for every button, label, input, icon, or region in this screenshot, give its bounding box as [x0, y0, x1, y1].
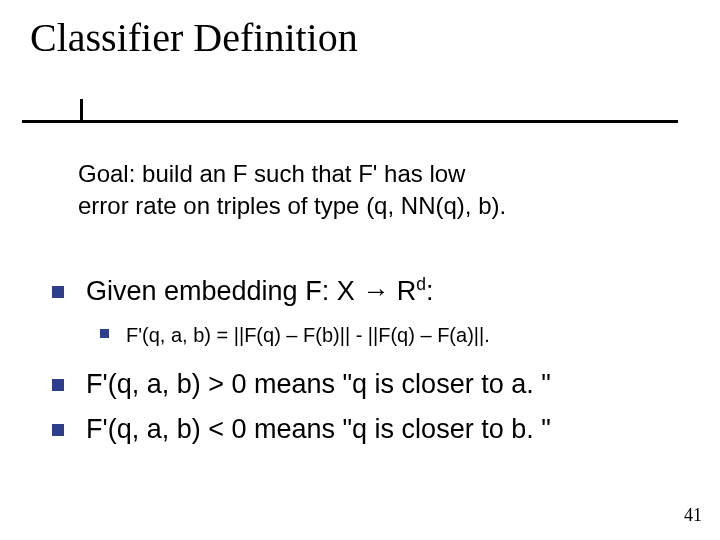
bullet-list: Given embedding F: X → Rd: F'(q, a, b) =… [52, 274, 682, 457]
goal-text: Goal: build an F such that F' has low er… [78, 158, 678, 223]
goal-line-1: Goal: build an F such that F' has low [78, 160, 465, 187]
sub-bullet-formula: F'(q, a, b) = ||F(q) – F(b)|| - ||F(q) –… [100, 321, 682, 349]
bullet-given-embedding: Given embedding F: X → Rd: [52, 274, 682, 309]
page-number: 41 [684, 505, 702, 526]
bullet-square-icon [52, 286, 64, 298]
title-rule-tick [80, 99, 83, 122]
bullet-square-icon [52, 424, 64, 436]
given-prefix: Given embedding F: X [86, 276, 362, 306]
given-suffix-base: R [389, 276, 416, 306]
bullet-negative-meaning: F'(q, a, b) < 0 means "q is closer to b.… [52, 412, 682, 447]
positive-text: F'(q, a, b) > 0 means "q is closer to a.… [86, 369, 551, 399]
arrow-right-icon: → [362, 276, 389, 306]
bullet-positive-meaning: F'(q, a, b) > 0 means "q is closer to a.… [52, 367, 682, 402]
title-rule [22, 120, 678, 123]
slide-title: Classifier Definition [30, 14, 358, 61]
given-end: : [426, 276, 434, 306]
bullet-square-icon [52, 379, 64, 391]
formula-text: F'(q, a, b) = ||F(q) – F(b)|| - ||F(q) –… [126, 324, 490, 346]
given-superscript: d [416, 274, 426, 294]
bullet-square-small-icon [100, 329, 109, 338]
slide: Classifier Definition Goal: build an F s… [0, 0, 720, 540]
goal-line-2: error rate on triples of type (q, NN(q),… [78, 192, 506, 219]
negative-text: F'(q, a, b) < 0 means "q is closer to b.… [86, 414, 551, 444]
